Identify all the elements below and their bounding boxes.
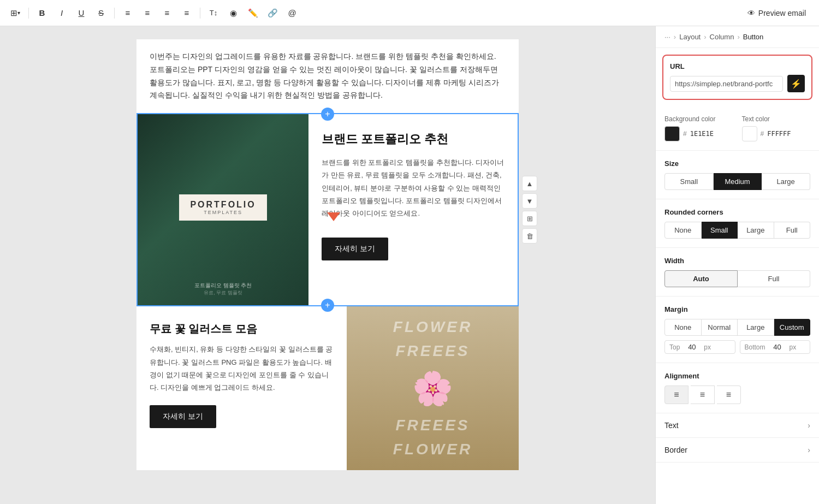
margin-normal-btn[interactable]: Normal xyxy=(702,319,738,336)
color-section: Background color # 1E1E1E Text color # F… xyxy=(656,106,819,151)
toolbar-divider-1 xyxy=(28,8,29,19)
text-color-swatch[interactable] xyxy=(742,126,757,141)
size-medium-btn[interactable]: Medium xyxy=(714,173,762,190)
italic-btn[interactable]: I xyxy=(53,4,70,22)
bold-btn[interactable]: B xyxy=(33,4,51,22)
editor-content: 이번주는 디자인의 업그레이드를 유용한 자료를 공유합니다. 브랜드를 위한 … xyxy=(136,39,519,470)
rounded-btn-group: None Small Large Full xyxy=(664,222,810,239)
align-btn-group: ≡ ≡ ≡ xyxy=(664,386,810,404)
rounded-section: Rounded corners None Small Large Full xyxy=(656,199,819,248)
flower-body: 수채화, 빈티지, 유화 등 다양한 스타일의 꽃 일러스트를 공유합니다. 꽃… xyxy=(150,343,334,394)
edit-btn[interactable]: ✏️ xyxy=(244,4,262,22)
text-color-swatch-row: # FFFFFF xyxy=(742,126,811,141)
toolbar-divider-3 xyxy=(200,8,200,19)
alignment-section: Alignment ≡ ≡ ≡ xyxy=(656,363,819,413)
main-layout: 이번주는 디자인의 업그레이드를 유용한 자료를 공유합니다. 브랜드를 위한 … xyxy=(0,26,819,504)
editor-area: 이번주는 디자인의 업그레이드를 유용한 자료를 공유합니다. 브랜드를 위한 … xyxy=(0,26,655,504)
delete-btn[interactable]: 🗑 xyxy=(522,228,537,244)
add-block-top-btn[interactable]: + xyxy=(321,108,334,121)
lightning-icon: ⚡ xyxy=(791,79,802,89)
border-section-header[interactable]: Border › xyxy=(656,438,819,463)
rounded-small-btn[interactable]: Small xyxy=(702,222,738,239)
preview-label: Preview email xyxy=(758,9,806,17)
toolbar: ⊞ ▾ B I U S ≡ ≡ ≡ ≡ T↕ ◉ ✏️ 🔗 @ 👁 Previe… xyxy=(0,0,819,26)
border-chevron-icon: › xyxy=(808,446,810,454)
underline-btn[interactable]: U xyxy=(73,4,90,22)
width-label: Width xyxy=(664,257,810,265)
align-left-btn[interactable]: ≡ xyxy=(119,4,136,22)
breadcrumb-layout[interactable]: Layout xyxy=(679,33,701,41)
format-dropdown-btn[interactable]: ⊞ ▾ xyxy=(7,4,24,22)
breadcrumb-more[interactable]: ··· xyxy=(664,33,670,41)
bg-color-group: Background color # 1E1E1E xyxy=(664,115,733,141)
align-center-btn[interactable]: ≡ xyxy=(139,4,156,22)
width-section: Width Auto Full xyxy=(656,248,819,297)
flower-section: 무료 꽃 일러스트 모음 수채화, 빈티지, 유화 등 다양한 스타일의 꽃 일… xyxy=(136,306,519,470)
flower-word-3: FREEES xyxy=(395,417,470,434)
move-down-btn[interactable]: ▼ xyxy=(522,193,537,209)
link-btn[interactable]: 🔗 xyxy=(264,4,281,22)
align-right-btn[interactable]: ≡ xyxy=(717,386,741,404)
portfolio-label: PORTFOLIO TEMPLATES xyxy=(179,194,266,221)
portfolio-cta-btn[interactable]: 자세히 보기 xyxy=(322,238,388,260)
flower-bg: FLOWER FREEES FREEES FLOWER 🌸 xyxy=(347,306,519,470)
justify-btn[interactable]: ≡ xyxy=(178,4,195,22)
margin-top-label: Top xyxy=(669,343,680,351)
strikethrough-btn[interactable]: S xyxy=(92,4,110,22)
breadcrumb-sep-2: › xyxy=(704,33,706,41)
bg-color-swatch-row: # 1E1E1E xyxy=(664,126,733,141)
margin-top-group: Top px xyxy=(664,340,735,354)
flower-title: 무료 꽃 일러스트 모음 xyxy=(150,322,334,336)
portfolio-body: 브랜드를 위한 포트폴리오 템플릿을 추천합니다. 디자이너가 만든 유료, 무… xyxy=(322,156,505,220)
font-size-btn[interactable]: T↕ xyxy=(205,4,222,22)
align-right-btn[interactable]: ≡ xyxy=(158,4,176,22)
flower-cta-btn[interactable]: 자세히 보기 xyxy=(150,405,216,428)
align-left-btn[interactable]: ≡ xyxy=(664,386,689,404)
margin-custom-btn[interactable]: Custom xyxy=(774,319,811,336)
size-large-btn[interactable]: Large xyxy=(762,173,810,190)
intro-text-block: 이번주는 디자인의 업그레이드를 유용한 자료를 공유합니다. 브랜드를 위한 … xyxy=(136,39,519,113)
margin-label: Margin xyxy=(664,305,810,313)
breadcrumb-button: Button xyxy=(743,33,764,41)
url-action-btn[interactable]: ⚡ xyxy=(787,75,805,92)
rounded-large-btn[interactable]: Large xyxy=(738,222,774,239)
rounded-full-btn[interactable]: Full xyxy=(774,222,811,239)
move-up-btn[interactable]: ▲ xyxy=(522,176,537,191)
preview-email-btn[interactable]: 👁 Preview email xyxy=(741,5,812,21)
margin-bottom-input[interactable] xyxy=(768,343,787,351)
align-center-btn[interactable]: ≡ xyxy=(691,386,715,404)
highlight-btn[interactable]: ◉ xyxy=(224,4,242,22)
text-chevron-icon: › xyxy=(808,421,810,430)
width-full-btn[interactable]: Full xyxy=(738,270,810,287)
duplicate-btn[interactable]: ⊞ xyxy=(522,211,537,226)
url-section: URL ⚡ xyxy=(662,55,812,100)
bg-color-label: Background color xyxy=(664,115,733,123)
preview-icon: 👁 xyxy=(747,9,755,17)
two-col-layout: PORTFOLIO TEMPLATES 포트폴리오 템플릿 추천 유료, 무료 … xyxy=(138,114,518,305)
add-block-bottom-btn[interactable]: + xyxy=(321,299,334,312)
margin-top-input[interactable] xyxy=(682,343,702,351)
section-actions: ▲ ▼ ⊞ 🗑 xyxy=(522,176,537,244)
size-small-btn[interactable]: Small xyxy=(664,173,714,190)
width-auto-btn[interactable]: Auto xyxy=(664,270,738,287)
text-section-title: Text xyxy=(664,421,679,430)
portfolio-main-text: PORTFOLIO xyxy=(190,200,256,210)
rounded-none-btn[interactable]: None xyxy=(664,222,702,239)
flower-word-2: FREEES xyxy=(395,342,470,360)
flower-text-col: 무료 꽃 일러스트 모음 수채화, 빈티지, 유화 등 다양한 스타일의 꽃 일… xyxy=(136,306,347,470)
text-section-header[interactable]: Text › xyxy=(656,413,819,438)
breadcrumb-sep-1: › xyxy=(674,33,676,41)
mention-btn[interactable]: @ xyxy=(283,4,301,22)
url-input-row: ⚡ xyxy=(670,75,805,92)
breadcrumb-sep-3: › xyxy=(737,33,739,41)
url-input[interactable] xyxy=(670,76,783,92)
size-section: Size Small Medium Large xyxy=(656,151,819,199)
margin-none-btn[interactable]: None xyxy=(664,319,702,336)
bg-color-swatch[interactable] xyxy=(664,126,680,141)
margin-bottom-group: Bottom px xyxy=(740,340,811,354)
margin-large-btn[interactable]: Large xyxy=(738,319,774,336)
portfolio-title: 브랜드 포트폴리오 추천 xyxy=(322,132,505,147)
portfolio-image-bg: PORTFOLIO TEMPLATES xyxy=(138,114,308,305)
alignment-label: Alignment xyxy=(664,372,810,380)
breadcrumb-column[interactable]: Column xyxy=(710,33,734,41)
